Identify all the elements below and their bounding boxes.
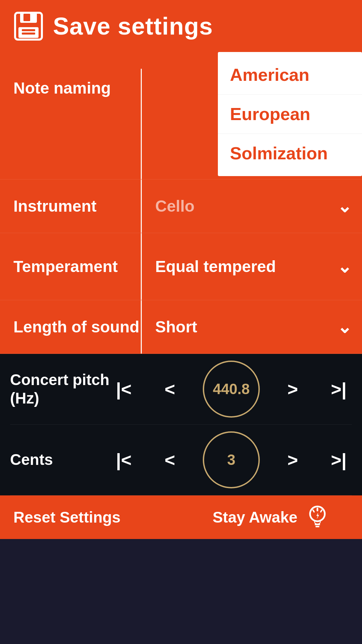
concert-pitch-back[interactable]: < bbox=[159, 375, 181, 403]
instrument-label: Instrument bbox=[13, 187, 141, 225]
divider-2 bbox=[141, 179, 142, 233]
concert-pitch-skip-back[interactable]: |< bbox=[111, 375, 137, 403]
save-icon bbox=[13, 11, 44, 41]
concert-pitch-label: Concert pitch (Hz) bbox=[10, 371, 111, 408]
length-value-container: Short ⌄ bbox=[155, 317, 362, 337]
cents-back[interactable]: < bbox=[159, 446, 181, 474]
cents-skip-forward[interactable]: >| bbox=[325, 446, 352, 474]
dropdown-option-solmization[interactable]: Solmization bbox=[218, 134, 362, 173]
temperament-value-container: Equal tempered ⌄ bbox=[155, 257, 362, 277]
cents-display: 3 bbox=[203, 431, 260, 488]
concert-pitch-controls: |< < 440.8 > >| bbox=[111, 361, 352, 418]
length-of-sound-label: Length of sound bbox=[13, 308, 141, 346]
temperament-value: Equal tempered bbox=[155, 257, 276, 276]
concert-pitch-display: 440.8 bbox=[203, 361, 260, 418]
settings-section: Note naming American European Solmizatio… bbox=[0, 52, 362, 354]
svg-rect-5 bbox=[22, 33, 35, 35]
header: Save settings bbox=[0, 0, 362, 52]
cents-skip-back[interactable]: |< bbox=[111, 446, 137, 474]
dark-section: Concert pitch (Hz) |< < 440.8 > >| Cents… bbox=[0, 354, 362, 495]
length-value: Short bbox=[155, 318, 197, 336]
concert-pitch-skip-forward[interactable]: >| bbox=[325, 375, 352, 403]
footer: Reset Settings Stay Awake bbox=[0, 495, 362, 539]
stay-awake-button[interactable]: Stay Awake bbox=[182, 504, 362, 531]
dropdown-option-american[interactable]: American bbox=[218, 55, 362, 95]
page-title: Save settings bbox=[53, 12, 213, 40]
temperament-chevron[interactable]: ⌄ bbox=[337, 257, 352, 277]
divider-1 bbox=[141, 69, 142, 179]
note-naming-label: Note naming bbox=[13, 69, 141, 107]
divider-4 bbox=[141, 300, 142, 354]
cents-forward[interactable]: > bbox=[282, 446, 303, 474]
instrument-row[interactable]: Instrument Cello ⌄ bbox=[0, 179, 362, 233]
length-chevron[interactable]: ⌄ bbox=[337, 317, 352, 337]
length-of-sound-row[interactable]: Length of sound Short ⌄ bbox=[0, 300, 362, 354]
concert-pitch-row: Concert pitch (Hz) |< < 440.8 > >| bbox=[10, 354, 352, 425]
divider-3 bbox=[141, 233, 142, 300]
svg-rect-2 bbox=[23, 14, 30, 21]
instrument-value-container: Cello ⌄ bbox=[155, 196, 362, 216]
cents-row: Cents |< < 3 > >| bbox=[10, 425, 352, 495]
concert-pitch-forward[interactable]: > bbox=[282, 375, 303, 403]
dropdown-option-european[interactable]: European bbox=[218, 95, 362, 134]
svg-rect-4 bbox=[22, 29, 35, 31]
note-naming-row[interactable]: Note naming American European Solmizatio… bbox=[0, 52, 362, 179]
bulb-icon bbox=[304, 504, 331, 531]
cents-label: Cents bbox=[10, 450, 111, 469]
cents-controls: |< < 3 > >| bbox=[111, 431, 352, 488]
temperament-row[interactable]: Temperament Equal tempered ⌄ bbox=[0, 233, 362, 300]
stay-awake-label: Stay Awake bbox=[213, 508, 297, 526]
note-naming-dropdown[interactable]: American European Solmization bbox=[218, 52, 362, 176]
instrument-chevron[interactable]: ⌄ bbox=[337, 196, 352, 216]
instrument-value: Cello bbox=[155, 197, 194, 215]
reset-settings-button[interactable]: Reset Settings bbox=[0, 508, 181, 526]
temperament-label: Temperament bbox=[13, 247, 141, 286]
